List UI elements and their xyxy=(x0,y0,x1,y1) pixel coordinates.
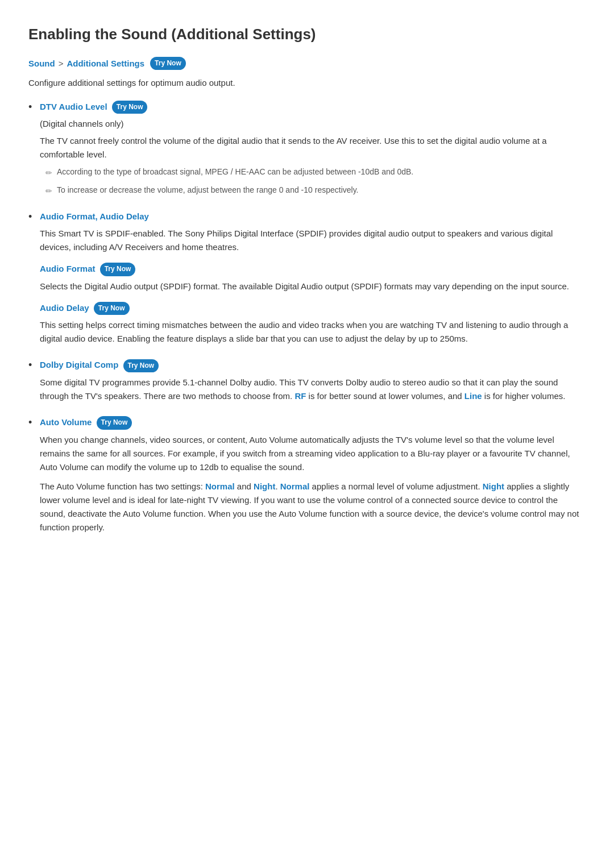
list-item-dtv-audio-level: DTV Audio Level Try Now (Digital channel… xyxy=(28,100,586,197)
auto-volume-night2-highlight: Night xyxy=(483,481,504,491)
list-item-auto-volume: Auto Volume Try Now When you change chan… xyxy=(28,416,586,534)
list-item-audio-format-delay: Audio Format, Audio Delay This Smart TV … xyxy=(28,210,586,346)
audio-format-delay-title: Audio Format, Audio Delay xyxy=(40,211,149,221)
auto-volume-badge[interactable]: Try Now xyxy=(97,416,132,429)
dtv-note-2: ✏ To increase or decrease the volume, ad… xyxy=(40,184,586,197)
audio-format-subtitle-row: Audio Format Try Now xyxy=(40,262,586,276)
audio-delay-label: Audio Delay xyxy=(40,303,89,313)
breadcrumb-separator: > xyxy=(59,57,64,70)
dtv-audio-level-badge[interactable]: Try Now xyxy=(112,101,148,114)
breadcrumb-additional-settings[interactable]: Additional Settings xyxy=(67,57,144,70)
main-section-list: DTV Audio Level Try Now (Digital channel… xyxy=(28,100,586,534)
dolby-body: Some digital TV programmes provide 5.1-c… xyxy=(40,376,586,403)
auto-volume-body2: The Auto Volume function has two setting… xyxy=(40,480,586,534)
dtv-note-1-text: According to the type of broadcast signa… xyxy=(57,166,413,178)
dolby-title: Dolby Digital Comp xyxy=(40,360,118,369)
pencil-icon-2: ✏ xyxy=(45,185,52,197)
pencil-icon-1: ✏ xyxy=(45,167,52,179)
dtv-audio-level-title: DTV Audio Level xyxy=(40,102,107,111)
breadcrumb-try-now-badge[interactable]: Try Now xyxy=(150,57,186,70)
audio-format-badge[interactable]: Try Now xyxy=(100,263,136,276)
intro-text: Configure additional settings for optimu… xyxy=(28,76,586,90)
dtv-audio-level-body: The TV cannot freely control the volume … xyxy=(40,134,586,161)
audio-format-label: Audio Format xyxy=(40,264,96,273)
auto-volume-night-highlight: Night xyxy=(254,481,275,491)
dtv-audio-level-subtitle: (Digital channels only) xyxy=(40,117,586,131)
dolby-line-highlight: Line xyxy=(464,391,482,401)
dtv-note-1: ✏ According to the type of broadcast sig… xyxy=(40,166,586,179)
breadcrumb: Sound > Additional Settings Try Now xyxy=(28,57,586,70)
audio-format-body: Selects the Digital Audio output (SPDIF)… xyxy=(40,280,586,293)
audio-format-subsection: Audio Format Try Now Selects the Digital… xyxy=(40,262,586,293)
dolby-badge[interactable]: Try Now xyxy=(123,359,159,372)
audio-delay-subsection: Audio Delay Try Now This setting helps c… xyxy=(40,301,586,346)
dtv-note-2-text: To increase or decrease the volume, adju… xyxy=(57,184,359,196)
list-item-dolby: Dolby Digital Comp Try Now Some digital … xyxy=(28,358,586,403)
audio-delay-badge[interactable]: Try Now xyxy=(94,302,130,315)
audio-delay-body: This setting helps correct timing mismat… xyxy=(40,318,586,346)
audio-format-delay-body: This Smart TV is SPDIF-enabled. The Sony… xyxy=(40,227,586,254)
auto-volume-normal2-highlight: Normal xyxy=(280,481,310,491)
breadcrumb-sound[interactable]: Sound xyxy=(28,57,55,70)
auto-volume-normal-highlight: Normal xyxy=(205,481,235,491)
audio-delay-subtitle-row: Audio Delay Try Now xyxy=(40,301,586,315)
dolby-rf-highlight: RF xyxy=(294,391,306,401)
auto-volume-body1: When you change channels, video sources,… xyxy=(40,433,586,474)
auto-volume-title: Auto Volume xyxy=(40,417,92,427)
page-title: Enabling the Sound (Additional Settings) xyxy=(28,23,586,47)
